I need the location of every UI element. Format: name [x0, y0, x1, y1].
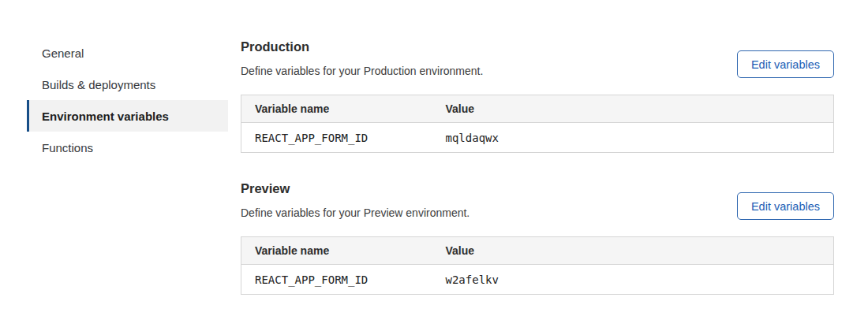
variable-name-cell: REACT_APP_FORM_ID [241, 265, 432, 295]
preview-section-header: Preview Define variables for your Previe… [241, 181, 834, 220]
section-title-production: Production [241, 39, 483, 54]
edit-variables-button-preview[interactable]: Edit variables [737, 192, 834, 220]
section-description-production: Define variables for your Production env… [241, 65, 483, 78]
sidebar-item-label: Builds & deployments [42, 78, 155, 91]
table-row: REACT_APP_FORM_ID mqldaqwx [241, 123, 834, 153]
column-header-variable-name: Variable name [241, 95, 432, 123]
sidebar-item-label: General [42, 46, 84, 60]
variable-name-cell: REACT_APP_FORM_ID [241, 123, 432, 153]
settings-sidebar: General Builds & deployments Environment… [27, 37, 228, 295]
production-section-header: Production Define variables for your Pro… [241, 39, 834, 78]
table-header-row: Variable name Value [241, 237, 834, 265]
production-variables-table: Variable name Value REACT_APP_FORM_ID mq… [241, 95, 834, 153]
production-section: Production Define variables for your Pro… [241, 39, 834, 153]
preview-header-text: Preview Define variables for your Previe… [241, 181, 470, 220]
column-header-value: Value [432, 95, 834, 123]
preview-variables-table: Variable name Value REACT_APP_FORM_ID w2… [241, 236, 834, 295]
production-header-text: Production Define variables for your Pro… [241, 39, 483, 78]
settings-content: Production Define variables for your Pro… [241, 0, 834, 295]
environment-variables-page: General Builds & deployments Environment… [0, 0, 868, 295]
sidebar-item-environment-variables[interactable]: Environment variables [27, 100, 228, 132]
variable-value-cell: mqldaqwx [432, 123, 834, 153]
section-description-preview: Define variables for your Preview enviro… [241, 206, 470, 220]
column-header-variable-name: Variable name [241, 237, 432, 265]
column-header-value: Value [432, 237, 834, 265]
table-row: REACT_APP_FORM_ID w2afelkv [241, 265, 834, 295]
sidebar-item-functions[interactable]: Functions [27, 132, 228, 163]
sidebar-item-label: Functions [42, 141, 93, 154]
sidebar-item-label: Environment variables [42, 110, 169, 123]
section-title-preview: Preview [241, 181, 470, 196]
table-header-row: Variable name Value [241, 95, 834, 123]
sidebar-item-general[interactable]: General [27, 37, 228, 69]
sidebar-item-builds-deployments[interactable]: Builds & deployments [27, 69, 228, 100]
preview-section: Preview Define variables for your Previe… [241, 181, 834, 295]
variable-value-cell: w2afelkv [432, 265, 834, 295]
edit-variables-button-production[interactable]: Edit variables [737, 50, 834, 78]
